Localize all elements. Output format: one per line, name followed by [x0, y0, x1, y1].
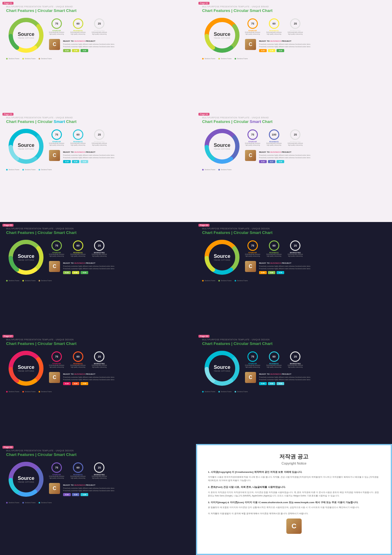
- logo-badge: C: [245, 372, 256, 383]
- color-btn-2[interactable]: 0.18: [277, 160, 284, 163]
- slide-title-highlight: Smart: [250, 119, 261, 124]
- legend-label-1: Sections Frame: [221, 391, 232, 392]
- stat-item-1: 100 BUSINESS Enthusiastically embracehig…: [266, 129, 282, 147]
- stat-circles: 75 STARTUP Enthusiastically embracehigh …: [245, 351, 386, 369]
- color-btn-2[interactable]: 1.26: [81, 493, 88, 496]
- color-btn-1[interactable]: 0.45: [268, 49, 276, 52]
- right-info: 75 STARTUP Enthusiastically embracehigh …: [49, 351, 190, 385]
- copyright-section-title-0: 1. 사작권(Copyright) 이 [Creativeworks] 제작하여…: [208, 470, 380, 474]
- color-btn-0[interactable]: 0.19: [63, 160, 71, 163]
- color-btn-2[interactable]: 0.19: [277, 49, 284, 52]
- logo-badge: C: [49, 483, 60, 494]
- color-btn-1[interactable]: 0.60: [268, 271, 276, 274]
- color-btn-2[interactable]: 0.75: [277, 271, 284, 274]
- mid-section: C READY TO BUSINESS PROJECT Proactively …: [49, 39, 190, 52]
- biz-desc: Proactively customize highly efficient m…: [63, 154, 114, 159]
- color-btn-1[interactable]: 0.24: [72, 382, 80, 385]
- legend-dot-2: [235, 58, 236, 59]
- color-btn-2[interactable]: 7.70: [81, 382, 88, 385]
- legend-item-0: Sections Frame: [6, 391, 19, 392]
- content-area: Source TREND OPTIONS 75 STARTUP Enthusia…: [6, 126, 190, 166]
- slide-subtitle: MULTIPURPOSE PRESENTATION TEMPLATE - UNI…: [6, 6, 190, 8]
- color-btn-1[interactable]: 0.83: [268, 382, 276, 385]
- color-btn-0[interactable]: 0.45: [259, 382, 267, 385]
- legend-label-1: Sections Frame: [221, 58, 232, 59]
- logo-badge: C: [245, 150, 256, 161]
- color-btn-1[interactable]: 0.19: [72, 493, 80, 496]
- color-btn-0[interactable]: 0.19: [63, 271, 71, 274]
- color-btn-1[interactable]: 0.19: [72, 160, 80, 163]
- slide-title: Chart Features | Circular Smart Chart: [202, 8, 386, 13]
- biz-highlight: BUSINESS: [270, 262, 281, 264]
- biz-section: READY TO BUSINESS PROJECT Proactively cu…: [63, 373, 114, 385]
- mid-section: C READY TO BUSINESS PROJECT Proactively …: [49, 261, 190, 274]
- slide-subtitle: MULTIPURPOSE PRESENTATION TEMPLATE - UNI…: [6, 339, 190, 341]
- logo-badge: C: [49, 372, 60, 383]
- color-btn-2[interactable]: 0.19: [81, 49, 88, 52]
- stat-circles: 75 STARTUP Enthusiastically embracehigh …: [49, 129, 190, 147]
- stat-circle-0: 75: [51, 462, 62, 473]
- color-btn-0[interactable]: 0.45: [259, 271, 267, 274]
- stat-desc-1: Enthusiastically embracehigh quality out…: [70, 365, 86, 369]
- source-text: Source: [18, 365, 34, 370]
- donut-center: Source TREND OPTIONS: [18, 476, 34, 483]
- legend-label-2: Sections Frame: [237, 280, 248, 281]
- legend-label-0: Sections Frame: [205, 58, 215, 59]
- slide-title-prefix: Chart Features | Circular: [6, 8, 54, 13]
- mid-section: C READY TO BUSINESS PROJECT Proactively …: [49, 483, 190, 496]
- stat-item-2: 25 MARKETING Enthusiastically embracehig…: [92, 351, 107, 369]
- trend-text: TREND OPTIONS: [18, 259, 34, 261]
- biz-section: READY TO BUSINESS PROJECT Proactively cu…: [63, 151, 114, 163]
- mid-section: C READY TO BUSINESS PROJECT Proactively …: [49, 150, 190, 163]
- color-btns: 0.19 0.45 0.19: [63, 49, 114, 52]
- color-btn-0[interactable]: 0.16: [63, 493, 71, 496]
- stat-item-0: 75 STARTUP Enthusiastically embracehigh …: [245, 240, 260, 258]
- slide-title-prefix: Chart Features | Circular: [6, 119, 54, 124]
- color-btn-1[interactable]: 0.45: [72, 49, 80, 52]
- legend-dot-0: [6, 280, 8, 281]
- trend-text: TREND OPTIONS: [18, 370, 34, 372]
- stat-desc-1: Enthusiastically embracehigh quality out…: [70, 476, 86, 480]
- biz-highlight: BUSINESS: [74, 262, 85, 264]
- slide-8: Page 08 MULTIPURPOSE PRESENTATION TEMPLA…: [196, 333, 392, 444]
- stat-desc-0: Enthusiastically embracehigh quality out…: [245, 254, 260, 258]
- stat-desc-0: Enthusiastically embracehigh quality out…: [245, 32, 260, 36]
- stat-desc-2: Enthusiastically embracehigh quality out…: [288, 254, 303, 258]
- trend-text: TREND OPTIONS: [214, 259, 230, 261]
- color-btns: 0.19 0.24 7.70: [63, 382, 114, 385]
- slide-6: Page 06 MULTIPURPOSE PRESENTATION TEMPLA…: [196, 222, 392, 333]
- slide-title: Chart Features | Circular Smart Chart: [6, 341, 190, 346]
- slide-3: Page 03 MULTIPURPOSE PRESENTATION TEMPLA…: [0, 111, 196, 222]
- biz-desc: Proactively customize highly efficient m…: [63, 43, 114, 48]
- legend-label-0: Sections Frame: [205, 280, 215, 281]
- stat-circle-1: 60: [73, 462, 83, 473]
- source-text: Source: [214, 143, 230, 148]
- stat-circle-2: 25: [290, 351, 300, 362]
- color-btn-0[interactable]: 0.19: [259, 49, 267, 52]
- color-btn-0[interactable]: 0.19: [63, 382, 71, 385]
- copyright-section-body-0: 저작물의 사용은 한국저작권위원회에 적용 이나에 한나 사용 됩니다. 저작물…: [208, 475, 380, 482]
- logo-badge: C: [245, 261, 256, 272]
- stat-desc-2: Enthusiastically embracehigh quality out…: [92, 143, 107, 147]
- slide-title: Chart Features | Circular Smart Chart: [6, 8, 190, 13]
- color-btn-1[interactable]: 0.17: [268, 160, 276, 163]
- right-info: 75 STARTUP Enthusiastically embracehigh …: [245, 18, 386, 52]
- color-btn-0[interactable]: 0.19: [259, 160, 267, 163]
- legend: Sections Frame Sections Frame Sections F…: [6, 280, 190, 281]
- color-btn-2[interactable]: 0.19: [81, 271, 88, 274]
- legend-dot-2: [39, 169, 40, 170]
- copyright-section-body-1: 이 폰트의 저작권은 각각의 저작권자에게 있으며, 아이콘은 정품 저작권을 …: [208, 491, 380, 497]
- page-tag: Page 03: [2, 113, 13, 116]
- color-btn-2[interactable]: 0.19: [81, 160, 88, 163]
- stat-item-2: 25 MARKETING Enthusiastically embracehig…: [288, 129, 303, 147]
- slide-title-suffix: Chart: [261, 8, 273, 13]
- legend-label-0: Sections Frame: [9, 280, 19, 281]
- legend-label-2: Sections Frame: [41, 169, 52, 170]
- legend: Sections Frame Sections Frame Sections F…: [202, 58, 386, 59]
- color-btn-0[interactable]: 0.19: [63, 49, 71, 52]
- color-btn-1[interactable]: 0.45: [72, 271, 80, 274]
- source-text: Source: [18, 476, 34, 481]
- page-tag: Page 05: [2, 224, 13, 227]
- slide-title-prefix: Chart Features | Circular: [202, 8, 250, 13]
- color-btn-2[interactable]: 0.19: [277, 382, 284, 385]
